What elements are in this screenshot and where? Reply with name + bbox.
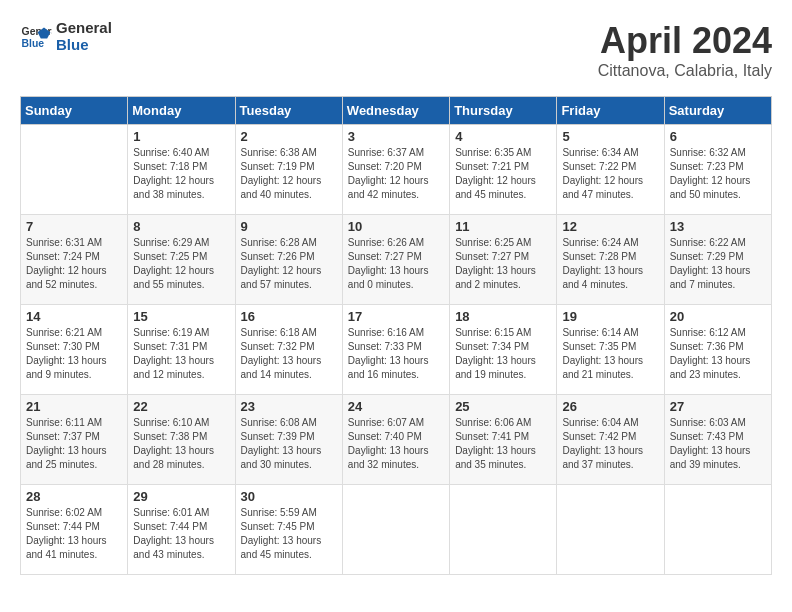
calendar-header-row: SundayMondayTuesdayWednesdayThursdayFrid… — [21, 97, 772, 125]
day-info: Sunrise: 6:10 AM Sunset: 7:38 PM Dayligh… — [133, 416, 229, 472]
day-info: Sunrise: 6:25 AM Sunset: 7:27 PM Dayligh… — [455, 236, 551, 292]
day-number: 30 — [241, 489, 337, 504]
day-number: 7 — [26, 219, 122, 234]
day-info: Sunrise: 6:19 AM Sunset: 7:31 PM Dayligh… — [133, 326, 229, 382]
day-info: Sunrise: 6:35 AM Sunset: 7:21 PM Dayligh… — [455, 146, 551, 202]
day-number: 29 — [133, 489, 229, 504]
calendar-cell — [450, 485, 557, 575]
calendar-cell: 8Sunrise: 6:29 AM Sunset: 7:25 PM Daylig… — [128, 215, 235, 305]
day-info: Sunrise: 6:38 AM Sunset: 7:19 PM Dayligh… — [241, 146, 337, 202]
calendar-cell: 17Sunrise: 6:16 AM Sunset: 7:33 PM Dayli… — [342, 305, 449, 395]
day-info: Sunrise: 6:07 AM Sunset: 7:40 PM Dayligh… — [348, 416, 444, 472]
title-section: April 2024 Cittanova, Calabria, Italy — [598, 20, 772, 80]
day-number: 15 — [133, 309, 229, 324]
header-monday: Monday — [128, 97, 235, 125]
day-number: 18 — [455, 309, 551, 324]
calendar-cell: 16Sunrise: 6:18 AM Sunset: 7:32 PM Dayli… — [235, 305, 342, 395]
logo-icon: General Blue — [20, 21, 52, 53]
day-info: Sunrise: 6:18 AM Sunset: 7:32 PM Dayligh… — [241, 326, 337, 382]
header-tuesday: Tuesday — [235, 97, 342, 125]
day-info: Sunrise: 6:31 AM Sunset: 7:24 PM Dayligh… — [26, 236, 122, 292]
calendar-cell: 7Sunrise: 6:31 AM Sunset: 7:24 PM Daylig… — [21, 215, 128, 305]
day-number: 27 — [670, 399, 766, 414]
day-number: 8 — [133, 219, 229, 234]
day-info: Sunrise: 6:37 AM Sunset: 7:20 PM Dayligh… — [348, 146, 444, 202]
day-info: Sunrise: 6:01 AM Sunset: 7:44 PM Dayligh… — [133, 506, 229, 562]
day-info: Sunrise: 6:12 AM Sunset: 7:36 PM Dayligh… — [670, 326, 766, 382]
header-sunday: Sunday — [21, 97, 128, 125]
day-number: 22 — [133, 399, 229, 414]
day-info: Sunrise: 6:32 AM Sunset: 7:23 PM Dayligh… — [670, 146, 766, 202]
day-number: 11 — [455, 219, 551, 234]
day-number: 14 — [26, 309, 122, 324]
day-info: Sunrise: 6:15 AM Sunset: 7:34 PM Dayligh… — [455, 326, 551, 382]
calendar-cell: 23Sunrise: 6:08 AM Sunset: 7:39 PM Dayli… — [235, 395, 342, 485]
calendar-cell: 6Sunrise: 6:32 AM Sunset: 7:23 PM Daylig… — [664, 125, 771, 215]
calendar-cell: 13Sunrise: 6:22 AM Sunset: 7:29 PM Dayli… — [664, 215, 771, 305]
header-thursday: Thursday — [450, 97, 557, 125]
day-number: 2 — [241, 129, 337, 144]
day-number: 12 — [562, 219, 658, 234]
calendar-cell: 3Sunrise: 6:37 AM Sunset: 7:20 PM Daylig… — [342, 125, 449, 215]
logo: General Blue General Blue — [20, 20, 112, 53]
calendar-cell: 26Sunrise: 6:04 AM Sunset: 7:42 PM Dayli… — [557, 395, 664, 485]
calendar-week-5: 28Sunrise: 6:02 AM Sunset: 7:44 PM Dayli… — [21, 485, 772, 575]
calendar-cell: 9Sunrise: 6:28 AM Sunset: 7:26 PM Daylig… — [235, 215, 342, 305]
day-number: 3 — [348, 129, 444, 144]
calendar-cell: 14Sunrise: 6:21 AM Sunset: 7:30 PM Dayli… — [21, 305, 128, 395]
calendar-cell: 30Sunrise: 5:59 AM Sunset: 7:45 PM Dayli… — [235, 485, 342, 575]
day-info: Sunrise: 6:02 AM Sunset: 7:44 PM Dayligh… — [26, 506, 122, 562]
day-number: 10 — [348, 219, 444, 234]
calendar-cell: 18Sunrise: 6:15 AM Sunset: 7:34 PM Dayli… — [450, 305, 557, 395]
svg-text:Blue: Blue — [22, 37, 45, 48]
calendar-cell: 19Sunrise: 6:14 AM Sunset: 7:35 PM Dayli… — [557, 305, 664, 395]
day-info: Sunrise: 6:14 AM Sunset: 7:35 PM Dayligh… — [562, 326, 658, 382]
day-number: 13 — [670, 219, 766, 234]
day-info: Sunrise: 6:40 AM Sunset: 7:18 PM Dayligh… — [133, 146, 229, 202]
day-info: Sunrise: 6:16 AM Sunset: 7:33 PM Dayligh… — [348, 326, 444, 382]
location-subtitle: Cittanova, Calabria, Italy — [598, 62, 772, 80]
calendar-cell: 15Sunrise: 6:19 AM Sunset: 7:31 PM Dayli… — [128, 305, 235, 395]
header-friday: Friday — [557, 97, 664, 125]
day-info: Sunrise: 6:06 AM Sunset: 7:41 PM Dayligh… — [455, 416, 551, 472]
day-number: 25 — [455, 399, 551, 414]
calendar-week-2: 7Sunrise: 6:31 AM Sunset: 7:24 PM Daylig… — [21, 215, 772, 305]
day-number: 16 — [241, 309, 337, 324]
day-info: Sunrise: 6:34 AM Sunset: 7:22 PM Dayligh… — [562, 146, 658, 202]
month-title: April 2024 — [598, 20, 772, 62]
day-number: 23 — [241, 399, 337, 414]
calendar-cell: 27Sunrise: 6:03 AM Sunset: 7:43 PM Dayli… — [664, 395, 771, 485]
header-wednesday: Wednesday — [342, 97, 449, 125]
calendar-cell: 29Sunrise: 6:01 AM Sunset: 7:44 PM Dayli… — [128, 485, 235, 575]
calendar-cell — [664, 485, 771, 575]
calendar-cell: 22Sunrise: 6:10 AM Sunset: 7:38 PM Dayli… — [128, 395, 235, 485]
day-number: 9 — [241, 219, 337, 234]
calendar-cell — [342, 485, 449, 575]
day-number: 17 — [348, 309, 444, 324]
day-info: Sunrise: 6:04 AM Sunset: 7:42 PM Dayligh… — [562, 416, 658, 472]
calendar-week-4: 21Sunrise: 6:11 AM Sunset: 7:37 PM Dayli… — [21, 395, 772, 485]
day-number: 5 — [562, 129, 658, 144]
calendar-cell: 11Sunrise: 6:25 AM Sunset: 7:27 PM Dayli… — [450, 215, 557, 305]
calendar-table: SundayMondayTuesdayWednesdayThursdayFrid… — [20, 96, 772, 575]
calendar-cell: 1Sunrise: 6:40 AM Sunset: 7:18 PM Daylig… — [128, 125, 235, 215]
day-info: Sunrise: 6:24 AM Sunset: 7:28 PM Dayligh… — [562, 236, 658, 292]
calendar-cell: 12Sunrise: 6:24 AM Sunset: 7:28 PM Dayli… — [557, 215, 664, 305]
page-header: General Blue General Blue April 2024 Cit… — [20, 20, 772, 80]
calendar-cell: 24Sunrise: 6:07 AM Sunset: 7:40 PM Dayli… — [342, 395, 449, 485]
day-info: Sunrise: 6:29 AM Sunset: 7:25 PM Dayligh… — [133, 236, 229, 292]
calendar-cell: 20Sunrise: 6:12 AM Sunset: 7:36 PM Dayli… — [664, 305, 771, 395]
day-info: Sunrise: 5:59 AM Sunset: 7:45 PM Dayligh… — [241, 506, 337, 562]
day-number: 1 — [133, 129, 229, 144]
day-info: Sunrise: 6:03 AM Sunset: 7:43 PM Dayligh… — [670, 416, 766, 472]
day-info: Sunrise: 6:22 AM Sunset: 7:29 PM Dayligh… — [670, 236, 766, 292]
day-number: 26 — [562, 399, 658, 414]
calendar-cell — [21, 125, 128, 215]
calendar-cell: 4Sunrise: 6:35 AM Sunset: 7:21 PM Daylig… — [450, 125, 557, 215]
day-info: Sunrise: 6:21 AM Sunset: 7:30 PM Dayligh… — [26, 326, 122, 382]
day-info: Sunrise: 6:28 AM Sunset: 7:26 PM Dayligh… — [241, 236, 337, 292]
day-number: 21 — [26, 399, 122, 414]
day-number: 6 — [670, 129, 766, 144]
header-saturday: Saturday — [664, 97, 771, 125]
day-info: Sunrise: 6:11 AM Sunset: 7:37 PM Dayligh… — [26, 416, 122, 472]
